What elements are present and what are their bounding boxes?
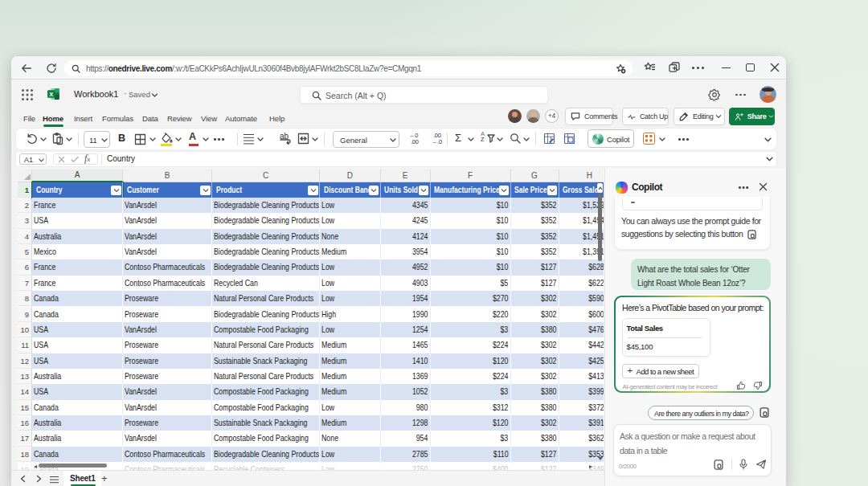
svg-text:X: X (49, 91, 53, 98)
